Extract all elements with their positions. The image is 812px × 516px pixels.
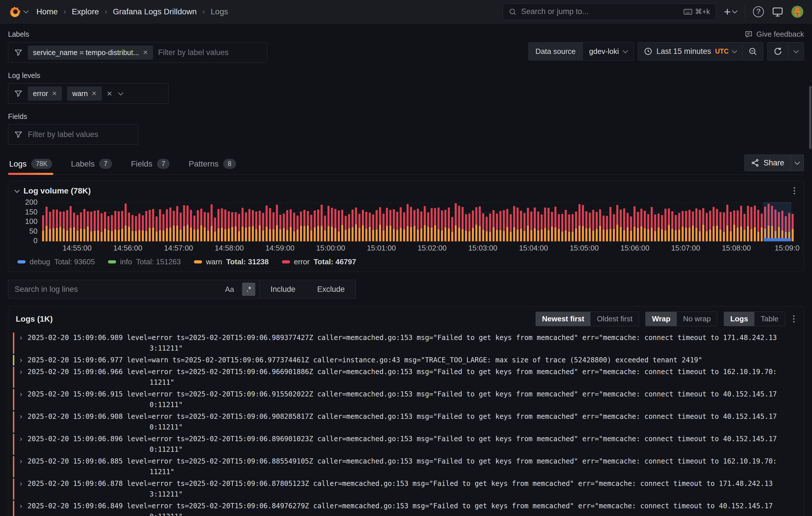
log-row[interactable]: ›2025-02-20 15:09:06.908 level=error ts=…	[8, 411, 804, 433]
legend-item-debug[interactable]: debugTotal: 93605	[18, 257, 95, 266]
regex-button[interactable]: .*	[242, 283, 255, 296]
expand-chevron-icon[interactable]: ›	[14, 434, 28, 455]
annotation-region[interactable]	[763, 202, 791, 241]
refresh-button[interactable]	[767, 43, 788, 60]
log-row[interactable]: ›2025-02-20 15:09:06.896 level=error ts=…	[8, 433, 804, 456]
legend-item-info[interactable]: infoTotal: 151263	[108, 257, 181, 266]
wrap-on[interactable]: Wrap	[645, 312, 677, 326]
error-segment	[441, 210, 443, 230]
log-row[interactable]: ›2025-02-20 15:09:06.849 level=error ts=…	[8, 500, 804, 516]
y-tick-label: 0	[33, 236, 37, 245]
loglevels-filter-box[interactable]: error× warn× ×	[8, 83, 169, 104]
error-segment	[152, 209, 154, 227]
error-segment	[630, 216, 632, 231]
error-segment	[200, 209, 202, 225]
news-monitor-button[interactable]	[772, 6, 783, 18]
zoom-out-button[interactable]	[742, 43, 763, 60]
tab-patterns[interactable]: Patterns8	[187, 157, 237, 174]
view-logs[interactable]: Logs	[724, 312, 754, 326]
warn-segment	[723, 232, 725, 241]
legend-item-warn[interactable]: warnTotal: 31238	[194, 257, 269, 266]
error-segment	[211, 205, 212, 226]
log-volume-chart[interactable]: 200150100500	[8, 198, 804, 241]
error-segment	[324, 216, 326, 230]
sort-newest-first[interactable]: Newest first	[536, 312, 590, 326]
label-filter-chip[interactable]: service_name = tempo-distribut...×	[28, 46, 153, 60]
warn-segment	[382, 230, 384, 241]
expand-chevron-icon[interactable]: ›	[14, 332, 28, 354]
tab-labels[interactable]: Labels7	[70, 157, 113, 174]
give-feedback-button[interactable]: Give feedback	[744, 30, 804, 39]
chevron-down-icon	[793, 48, 799, 53]
expand-chevron-icon[interactable]: ›	[14, 479, 28, 500]
expand-chevron-icon[interactable]: ›	[14, 411, 28, 433]
refresh-interval-dropdown[interactable]	[788, 43, 804, 60]
breadcrumb-item[interactable]: Grafana Logs Drilldown	[113, 7, 197, 16]
bars	[42, 203, 797, 241]
chart-bar	[376, 210, 378, 241]
grafana-logo[interactable]	[8, 5, 28, 18]
expand-chevron-icon[interactable]: ›	[14, 456, 28, 477]
warn-segment	[678, 229, 680, 241]
level-chip-error[interactable]: error×	[28, 87, 62, 101]
expand-chevron-icon[interactable]: ›	[14, 366, 28, 388]
share-dropdown[interactable]	[790, 155, 804, 171]
time-range-picker[interactable]: Last 15 minutes UTC	[638, 43, 742, 60]
breadcrumb-separator: ›	[105, 7, 107, 16]
breadcrumb-item[interactable]: Explore	[71, 7, 99, 16]
warn-segment	[523, 231, 525, 241]
view-table[interactable]: Table	[754, 312, 785, 326]
expand-chevron-icon[interactable]: ›	[14, 501, 28, 516]
wrap-off[interactable]: No wrap	[677, 312, 717, 326]
labels-filter-box[interactable]: service_name = tempo-distribut...× Filte…	[8, 42, 267, 63]
legend-item-error[interactable]: errorTotal: 46797	[282, 257, 356, 266]
avatar[interactable]	[791, 6, 804, 18]
warn-segment	[142, 230, 144, 241]
tab-bar: Logs78KLabels7Fields7Patterns8	[8, 157, 237, 174]
log-row[interactable]: ›2025-02-20 15:09:06.966 level=error ts=…	[8, 366, 804, 388]
sort-oldest-first[interactable]: Oldest first	[590, 312, 639, 326]
log-row[interactable]: ›2025-02-20 15:09:06.915 level=error ts=…	[8, 388, 804, 411]
close-icon[interactable]: ×	[92, 89, 96, 98]
log-row[interactable]: ›2025-02-20 15:09:06.885 level=error ts=…	[8, 456, 804, 478]
add-button[interactable]: +	[724, 6, 737, 18]
datasource-picker[interactable]: Data source gdev-loki	[528, 42, 634, 60]
chart-bar	[207, 213, 209, 241]
panel-menu-button[interactable]	[792, 186, 797, 196]
chevron-down-icon[interactable]	[118, 90, 123, 95]
warn-segment	[169, 227, 171, 241]
error-segment	[300, 212, 302, 226]
error-segment	[699, 210, 701, 232]
log-row[interactable]: ›2025-02-20 15:09:06.878 level=error ts=…	[8, 478, 804, 500]
expand-chevron-icon[interactable]: ›	[14, 389, 28, 410]
level-chip-warn[interactable]: warn×	[67, 87, 102, 101]
breadcrumb-item[interactable]: Home	[36, 7, 58, 16]
log-line-wrap: 0:11211"	[150, 444, 796, 455]
fields-filter-box[interactable]: Filter by label values	[8, 124, 138, 145]
log-row[interactable]: ›2025-02-20 15:09:06.989 level=error ts=…	[8, 332, 804, 354]
log-line-text: 2025-02-20 15:09:06.885 level=error ts=2…	[28, 456, 796, 467]
nav-search-input[interactable]: Search or jump to... ⌘+k	[502, 3, 716, 20]
scrollbar[interactable]	[809, 86, 811, 149]
exclude-button[interactable]: Exclude	[306, 280, 355, 298]
close-icon[interactable]: ×	[143, 49, 148, 56]
datasource-value[interactable]: gdev-loki	[582, 43, 634, 60]
warn-segment	[211, 226, 212, 241]
share-button[interactable]: Share	[744, 155, 804, 171]
warn-segment	[221, 228, 223, 241]
warn-segment	[97, 230, 99, 241]
plot-area[interactable]	[41, 201, 797, 241]
chart-bar	[592, 210, 594, 241]
tab-logs[interactable]: Logs78K	[8, 157, 53, 174]
include-button[interactable]: Include	[260, 280, 306, 298]
match-case-button[interactable]: Aa	[222, 283, 237, 296]
expand-chevron-icon[interactable]: ›	[14, 355, 28, 365]
log-search-input[interactable]: Search in log lines Aa .*	[8, 280, 260, 299]
collapse-chevron-icon[interactable]	[14, 188, 20, 193]
log-row[interactable]: ›2025-02-20 15:09:06.977 level=warn ts=2…	[8, 354, 804, 366]
close-icon[interactable]: ×	[52, 89, 57, 98]
logs-menu-button[interactable]	[791, 314, 796, 324]
tab-fields[interactable]: Fields7	[130, 157, 171, 174]
clear-all-icon[interactable]: ×	[107, 89, 112, 98]
help-button[interactable]: ?	[753, 6, 764, 17]
